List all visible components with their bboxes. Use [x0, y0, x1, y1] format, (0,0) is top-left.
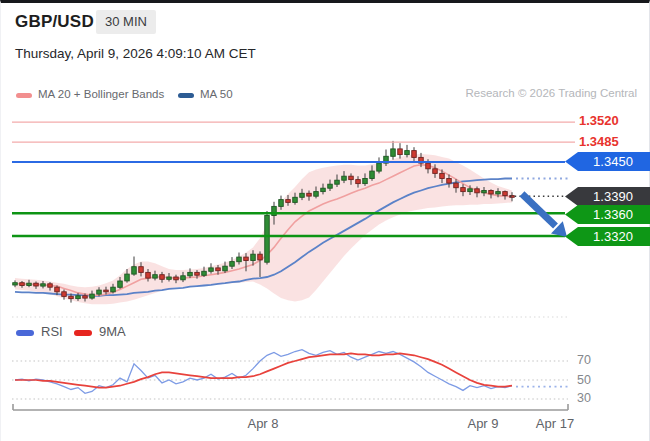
xaxis-label-apr8: Apr 8	[247, 416, 278, 431]
candle-up	[377, 163, 382, 171]
xaxis-label-apr17: Apr 17	[536, 416, 574, 431]
candle-up	[251, 254, 256, 260]
rsi-scale-70: 70	[577, 353, 591, 367]
candle-down	[356, 180, 361, 184]
candle-up	[181, 276, 186, 280]
candle-down	[503, 192, 508, 196]
candle-up	[209, 268, 214, 271]
candle-down	[104, 290, 109, 292]
candle-down	[349, 176, 354, 179]
ma50-legend-swatch	[178, 93, 194, 98]
candle-down	[34, 283, 39, 286]
candle-up	[279, 200, 284, 207]
candle-down	[216, 268, 221, 271]
candle-up	[265, 216, 270, 263]
candle-down	[55, 287, 60, 292]
resistance-level-1.3485: 1.3485	[579, 134, 649, 149]
candle-down	[412, 151, 417, 158]
bearish-arrow-shaft	[522, 194, 556, 226]
price-chart-canvas	[1, 3, 650, 441]
timeframe-badge: 30 MIN	[96, 10, 156, 34]
candle-up	[230, 262, 235, 267]
candle-down	[258, 254, 263, 260]
rsi-scale-50: 50	[577, 373, 591, 387]
bollinger-band-area	[15, 154, 512, 304]
candle-up	[132, 267, 137, 274]
candle-down	[426, 163, 431, 169]
candle-up	[90, 294, 95, 298]
candle-down	[398, 149, 403, 155]
trading-central-chart-widget: GBP/USD 30 MIN Thursday, April 9, 2026 4…	[0, 0, 650, 441]
candle-down	[461, 188, 466, 192]
candle-down	[454, 183, 459, 188]
support-level-tag-1.3360: 1.3360	[565, 205, 650, 224]
candle-down	[83, 296, 88, 298]
candle-down	[174, 277, 179, 280]
candle-down	[69, 296, 74, 298]
candle-up	[223, 266, 228, 271]
candle-up	[342, 176, 347, 180]
candle-up	[482, 191, 487, 193]
candle-up	[76, 296, 81, 299]
candle-up	[363, 179, 368, 184]
candle-up	[321, 188, 326, 191]
target-level-tag-1.3320: 1.3320	[565, 227, 650, 246]
ma20-bollinger-legend-swatch	[16, 93, 32, 98]
candle-down	[433, 169, 438, 174]
resistance-level-1.3520: 1.3520	[579, 113, 649, 128]
xaxis-label-apr9: Apr 9	[467, 416, 498, 431]
candle-up	[97, 290, 102, 294]
candle-up	[111, 287, 116, 292]
candle-down	[48, 284, 53, 287]
candle-up	[300, 193, 305, 197]
candle-down	[307, 193, 312, 196]
date-line: Thursday, April 9, 2026 4:09:10 AM CET	[15, 46, 256, 61]
candle-up	[41, 284, 46, 286]
candle-up	[391, 149, 396, 156]
candle-down	[447, 179, 452, 184]
candle-up	[293, 197, 298, 202]
candle-down	[195, 272, 200, 275]
9ma-legend-label: 9MA	[99, 324, 126, 339]
candle-down	[62, 292, 67, 297]
candle-down	[146, 272, 151, 278]
symbol-title: GBP/USD	[15, 12, 94, 32]
candle-up	[13, 283, 18, 285]
ma50-legend-label: MA 50	[200, 88, 233, 100]
candle-up	[335, 180, 340, 184]
candle-up	[125, 274, 130, 281]
candle-down	[286, 200, 291, 203]
candle-up	[188, 272, 193, 275]
candle-up	[153, 275, 158, 278]
candle-up	[496, 192, 501, 194]
candle-up	[468, 189, 473, 192]
rsi-scale-30: 30	[577, 391, 591, 405]
research-credit: Research © 2026 Trading Central	[466, 87, 637, 99]
candle-up	[328, 184, 333, 188]
last-price-tag-1.3390: 1.3390	[565, 187, 650, 206]
rsi-legend-label: RSI	[41, 324, 63, 339]
candle-up	[237, 257, 242, 262]
candle-down	[475, 189, 480, 193]
candle-up	[370, 171, 375, 178]
candle-down	[489, 191, 494, 194]
rsi-legend-swatch	[16, 330, 34, 336]
candle-up	[118, 281, 123, 287]
candle-up	[202, 271, 207, 275]
candle-down	[139, 267, 144, 273]
candle-down	[244, 257, 249, 260]
candle-up	[27, 283, 32, 285]
pivot-level-tag-1.3450: 1.3450	[565, 152, 650, 171]
candle-down	[160, 275, 165, 280]
candle-up	[167, 277, 172, 279]
candle-down	[20, 283, 25, 286]
candle-up	[405, 151, 410, 155]
candle-down	[440, 173, 445, 178]
candle-up	[314, 192, 319, 197]
ma20-bollinger-legend-label: MA 20 + Bollinger Bands	[38, 88, 164, 100]
9ma-legend-swatch	[74, 330, 92, 336]
